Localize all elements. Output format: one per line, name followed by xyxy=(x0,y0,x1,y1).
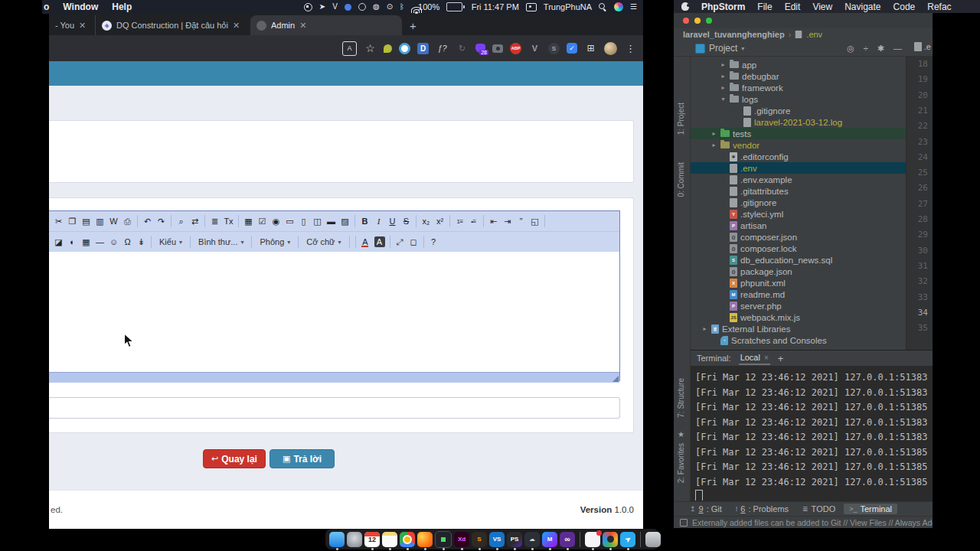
tab-item-1[interactable]: ◈DQ Construction | Đặt câu hỏi✕ xyxy=(95,15,247,35)
tree-item-artisan[interactable]: Partisan xyxy=(691,220,906,231)
text-field-icon[interactable]: ▭ xyxy=(283,214,296,228)
paste-text-icon[interactable]: ▥ xyxy=(93,214,106,228)
c-app-icon[interactable] xyxy=(358,3,366,11)
adblock-plus-icon[interactable]: ABP xyxy=(510,43,521,54)
menu-window[interactable]: Window xyxy=(63,2,98,12)
print-icon[interactable]: ⎙ xyxy=(121,214,134,228)
tree-item--gitignore[interactable]: .gitignore xyxy=(691,197,906,208)
tree-item--gitignore[interactable]: .gitignore xyxy=(691,105,906,116)
project-panel-title[interactable]: Project xyxy=(709,43,737,54)
tree-arrow-icon[interactable]: ▸ xyxy=(701,325,708,332)
back-button[interactable]: ↩ Quay lại xyxy=(203,449,266,468)
strip-label-7-structure[interactable]: 7: Structure xyxy=(677,378,685,418)
tree-item-db-education-news-sql[interactable]: Sdb_education_news.sql xyxy=(691,254,906,266)
translate-icon[interactable]: A xyxy=(342,41,357,56)
bold-icon[interactable]: B xyxy=(358,214,371,228)
tree-item-phpunit-xml[interactable]: Xphpunit.xml xyxy=(691,277,906,289)
tab-admin[interactable]: Admin✕ xyxy=(250,15,402,35)
control-center-icon[interactable]: ☰ xyxy=(630,3,637,11)
circle-extension-icon[interactable] xyxy=(399,43,410,54)
editor-content-area[interactable] xyxy=(49,252,619,372)
tree-item-logs[interactable]: ▾logs xyxy=(691,93,906,105)
blue-app-icon[interactable] xyxy=(345,4,351,11)
italic-icon[interactable]: I xyxy=(372,214,385,228)
show-blocks-icon[interactable]: ◻ xyxy=(407,235,420,249)
textarea-icon[interactable]: ▯ xyxy=(297,214,310,228)
close-tab-icon[interactable]: ✕ xyxy=(233,21,240,31)
dock-app-rings[interactable] xyxy=(603,532,618,547)
d-extension-icon[interactable]: D xyxy=(417,43,429,54)
dock-vscode[interactable]: VS xyxy=(489,532,505,547)
menu-fragment[interactable]: o xyxy=(44,2,49,12)
flash-icon[interactable]: ◐ xyxy=(66,235,79,249)
purple-extension-icon[interactable]: 28 xyxy=(475,44,485,53)
dock-calendar[interactable]: 12 xyxy=(364,532,380,547)
redo-icon[interactable]: ↷ xyxy=(155,214,168,228)
find-icon[interactable]: ⌕ xyxy=(175,214,188,228)
dock-trash[interactable] xyxy=(645,532,661,547)
menu-view[interactable]: View xyxy=(812,2,832,12)
checkbox-icon[interactable]: ☑ xyxy=(256,214,269,228)
tab-item-0[interactable]: - You✕ xyxy=(49,15,95,35)
apple-menu-icon[interactable] xyxy=(681,2,689,11)
pin-extension-icon[interactable] xyxy=(384,44,392,53)
undo-icon[interactable]: ↶ xyxy=(141,214,154,228)
tree-arrow-icon[interactable]: ▸ xyxy=(710,142,717,148)
hidden-field-icon[interactable]: ▨ xyxy=(338,214,351,228)
short-answer-input[interactable] xyxy=(49,397,620,419)
display-rec-icon[interactable] xyxy=(526,3,537,11)
dock-cloud-app[interactable]: ☁ xyxy=(524,532,540,547)
dock-terminal[interactable] xyxy=(435,531,452,548)
s-extension-icon[interactable]: S xyxy=(548,43,560,54)
about-icon[interactable]: ? xyxy=(427,235,440,249)
menu-edit[interactable]: Edit xyxy=(785,2,801,12)
tree-item--gitattributes[interactable]: .gitattributes xyxy=(691,185,906,197)
select-field-icon[interactable]: ◫ xyxy=(311,214,324,228)
menu-code[interactable]: Code xyxy=(893,2,916,12)
dock-finder[interactable] xyxy=(329,532,345,547)
dock-sublime[interactable]: S xyxy=(472,532,487,547)
check-extension-icon[interactable]: ✓ xyxy=(567,43,577,54)
tree-item-external-libraries[interactable]: ▸≣External Libraries xyxy=(691,323,906,334)
paste-icon[interactable]: ▤ xyxy=(80,214,93,228)
maximize-icon[interactable]: ⤢ xyxy=(394,235,407,249)
tree-item--editorconfig[interactable]: ✱.editorconfig xyxy=(691,151,906,162)
siri-icon[interactable] xyxy=(614,2,623,11)
adobe-cc-icon[interactable]: ◍ xyxy=(373,3,380,11)
extensions-puzzle-icon[interactable]: ⊞ xyxy=(584,42,597,55)
outdent-icon[interactable]: ⇤ xyxy=(487,214,500,228)
function-extension-icon[interactable]: ƒ? xyxy=(436,42,449,55)
table-icon[interactable]: ▦ xyxy=(80,235,93,249)
dock-phpstorm[interactable]: PS xyxy=(507,532,522,547)
chrome-menu-icon[interactable]: ⋮ xyxy=(624,42,637,55)
close-window-button[interactable] xyxy=(683,18,689,24)
dock-firefox[interactable] xyxy=(417,532,433,547)
submit-answer-button[interactable]: ▣ Trả lời xyxy=(270,449,335,468)
button-field-icon[interactable]: ▬ xyxy=(325,214,338,228)
locate-file-icon[interactable]: ◎ xyxy=(847,44,854,54)
tree-item-server-php[interactable]: Pserver.php xyxy=(691,300,906,311)
special-char-icon[interactable]: Ω xyxy=(121,235,134,249)
settings-gear-icon[interactable]: ✱ xyxy=(877,44,884,54)
indent-icon[interactable]: ⇥ xyxy=(501,214,514,228)
tree-arrow-icon[interactable]: ▸ xyxy=(720,61,727,68)
strip-label-2-favorites[interactable]: 2: Favorites xyxy=(677,443,685,483)
blockquote-icon[interactable]: ” xyxy=(514,214,528,228)
copy-icon[interactable]: ❐ xyxy=(66,214,79,228)
menu-help[interactable]: Help xyxy=(112,2,132,12)
underline-icon[interactable]: U xyxy=(386,214,399,228)
styles-dropdown[interactable]: Kiểu▾ xyxy=(155,237,187,246)
smiley-icon[interactable]: ☺ xyxy=(107,235,120,249)
tab-git[interactable]: ↥9: Git xyxy=(684,504,727,514)
chevron-down-icon[interactable]: ▾ xyxy=(741,45,744,52)
tree-item--env-example[interactable]: .env.example xyxy=(691,174,906,185)
close-tab-icon[interactable]: ✕ xyxy=(299,21,306,31)
form-icon[interactable]: ▦ xyxy=(242,214,255,228)
format-dropdown[interactable]: Bình thư...▾ xyxy=(194,237,248,246)
strip-label-0-commit[interactable]: 0: Commit xyxy=(677,162,685,197)
tree-item-debugbar[interactable]: ▸debugbar xyxy=(691,70,906,82)
tree-item-app[interactable]: ▸app xyxy=(691,59,906,70)
select-all-icon[interactable]: ≣ xyxy=(208,214,221,228)
bookmark-star-icon[interactable]: ☆ xyxy=(364,42,377,55)
font-dropdown[interactable]: Phông▾ xyxy=(255,237,295,246)
